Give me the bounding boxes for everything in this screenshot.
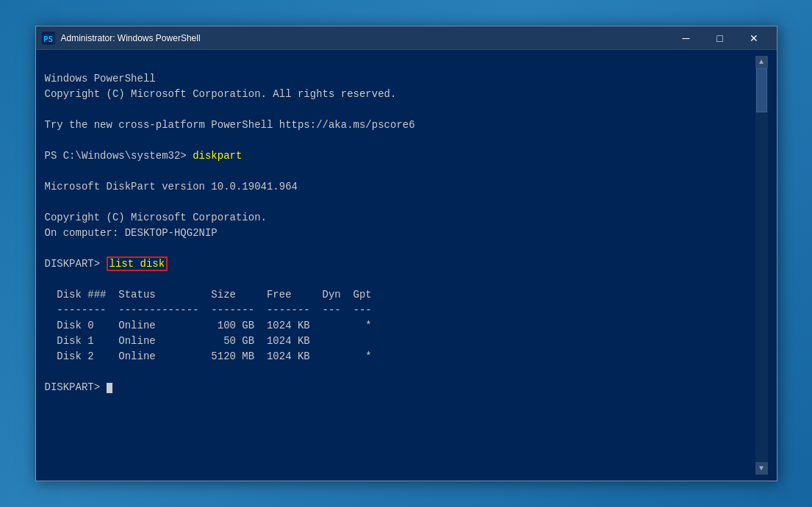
scroll-thumb[interactable] [756,68,767,112]
output-line-7: Microsoft DiskPart version 10.0.19041.96… [45,181,298,193]
powershell-window: PS Administrator: Windows PowerShell ─ □… [35,26,777,481]
table-row1: Disk 0 Online 100 GB 1024 KB * [45,320,372,331]
svg-text:PS: PS [43,35,53,44]
prompt1-prefix: PS C:\Windows\system32> [45,150,193,162]
scroll-down-button[interactable]: ▼ [755,462,768,475]
window-title: Administrator: Windows PowerShell [61,33,669,43]
powershell-icon: PS [42,32,55,45]
terminal-output: Windows PowerShell Copyright (C) Microso… [45,56,755,475]
output-line-9: Copyright (C) Microsoft Corporation. [45,212,267,223]
window-controls: ─ □ ✕ [669,26,771,50]
prompt2-cmd-highlight: list disk [107,256,168,271]
prompt2-cmd: list disk [109,258,165,270]
output-line-4: Try the new cross-platform PowerShell ht… [45,119,415,131]
output-line-1: Windows PowerShell [45,73,156,84]
close-button[interactable]: ✕ [737,26,771,50]
cursor [107,383,112,393]
output-line-10: On computer: DESKTOP-HQG2NIP [45,227,218,239]
terminal-body[interactable]: Windows PowerShell Copyright (C) Microso… [36,50,777,481]
table-row2: Disk 1 Online 50 GB 1024 KB [45,335,310,347]
scroll-track[interactable] [755,68,768,462]
minimize-button[interactable]: ─ [669,26,703,50]
prompt1-cmd: diskpart [193,150,242,162]
maximize-button[interactable]: □ [703,26,737,50]
scrollbar[interactable]: ▲ ▼ [755,56,768,475]
prompt3: DISKPART> [45,381,107,393]
output-line-2: Copyright (C) Microsoft Corporation. All… [45,88,397,100]
table-row3: Disk 2 Online 5120 MB 1024 KB * [45,350,372,362]
titlebar: PS Administrator: Windows PowerShell ─ □… [36,26,777,50]
scroll-up-button[interactable]: ▲ [755,56,768,68]
table-header1: Disk ### Status Size Free Dyn Gpt [45,289,372,301]
table-header2: -------- ------------- ------- ------- -… [45,304,372,316]
prompt2-prefix: DISKPART> [45,258,107,270]
